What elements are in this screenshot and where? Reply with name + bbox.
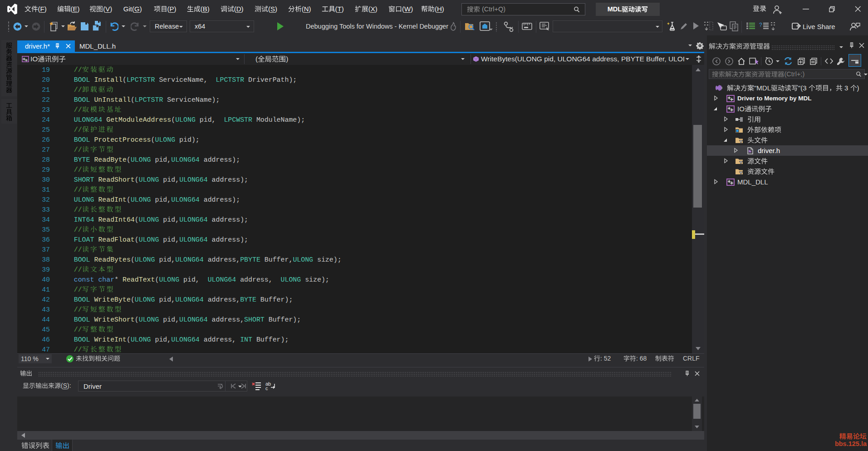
- svg-text:c: c: [265, 386, 268, 391]
- svg-text:?: ?: [759, 22, 762, 28]
